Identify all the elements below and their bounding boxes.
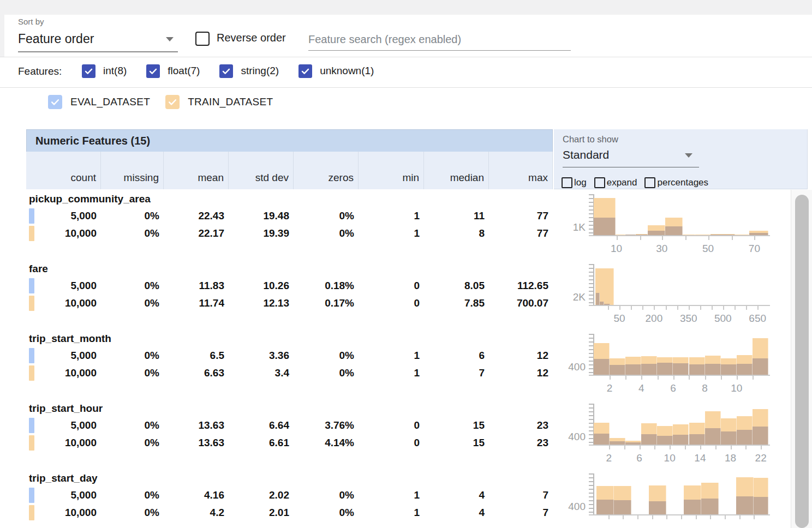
x-axis-tick	[737, 376, 738, 380]
x-axis-tick	[640, 446, 641, 449]
chart-option-percentages[interactable]: percentages	[644, 177, 708, 188]
feature-search-input[interactable]	[308, 28, 571, 51]
column-header-missing: missing	[101, 152, 164, 189]
x-axis-tick-label: 10	[721, 382, 752, 394]
chart-type-select[interactable]: Standard	[563, 146, 699, 167]
eval-overlap-bar	[641, 434, 657, 445]
feature-block-trip_start_hour: trip_start_hour5,0000%13.636.643.76%0152…	[26, 399, 790, 469]
x-axis-tick-label: 8	[690, 382, 720, 394]
x-axis-tick	[608, 306, 609, 310]
sort-order-select[interactable]: Feature order	[18, 29, 178, 52]
dataset-toggle-eval_dataset[interactable]: EVAL_DATASET	[48, 95, 150, 109]
x-axis-tick	[654, 306, 655, 310]
stat-cell: 1	[359, 207, 424, 225]
filter-checkbox-unknown[interactable]: unknown(1)	[298, 64, 374, 78]
reverse-order-checkbox[interactable]	[195, 32, 210, 46]
x-axis-tick-label: 500	[708, 313, 738, 325]
x-axis-tick	[696, 515, 697, 519]
x-axis-tick-label: 6	[658, 382, 689, 394]
x-axis-tick	[735, 306, 736, 310]
features-filter-label: Features:	[18, 65, 62, 77]
stat-cell: 12	[489, 364, 553, 382]
chart-option-label: log	[574, 177, 587, 188]
x-axis-tick-label: 18	[715, 452, 746, 464]
column-header-row: countmissingmeanstd devzerosminmedianmax	[26, 152, 553, 189]
stat-cell: 3.76%	[294, 417, 359, 434]
stat-cell: 8	[424, 225, 489, 242]
dataset-toggle-train_dataset[interactable]: TRAIN_DATASET	[165, 95, 273, 109]
x-axis-line	[589, 445, 770, 446]
stat-cell: 0%	[294, 347, 359, 364]
stat-cell: 10.26	[229, 277, 294, 295]
check-icon	[221, 66, 231, 76]
train-dataset-chip	[29, 365, 34, 381]
stats-row-train: 10,0000%13.636.614.14%01523	[26, 434, 553, 452]
stat-cell: 11	[424, 207, 489, 225]
checkbox-icon	[594, 177, 605, 188]
dataset-toggles: EVAL_DATASETTRAIN_DATASET	[48, 95, 288, 109]
filter-label: string(2)	[241, 65, 279, 77]
x-axis-tick-label: 22	[745, 452, 776, 464]
eval-overlap-bar	[684, 500, 701, 514]
checkbox-icon	[48, 95, 62, 109]
filter-checkbox-float[interactable]: float(7)	[146, 64, 200, 78]
histogram-plot	[594, 405, 768, 445]
eval-overlap-bar	[649, 501, 666, 514]
x-axis-tick-label: 30	[647, 243, 677, 255]
column-header-std-dev: std dev	[229, 152, 294, 189]
check-icon	[167, 97, 178, 107]
eval-dataset-chip	[29, 348, 34, 363]
stat-cell: 0%	[101, 277, 164, 295]
x-axis-tick	[681, 515, 682, 519]
stat-cell: 5,000	[26, 277, 101, 295]
x-axis-tick	[754, 236, 755, 240]
sort-order-value: Feature order	[18, 29, 178, 48]
stat-cell: 3.4	[229, 364, 294, 382]
x-axis-tick	[631, 306, 632, 310]
x-axis-tick	[666, 515, 667, 519]
stat-cell: 4	[424, 504, 489, 521]
stat-cell: 0%	[294, 487, 359, 504]
stat-cell: 7.85	[424, 295, 489, 312]
stat-cell: 15	[424, 434, 489, 452]
x-axis-tick-label: 10	[601, 243, 632, 255]
stat-cell: 0%	[101, 487, 164, 504]
check-icon	[300, 66, 311, 76]
stat-cell: 10,000	[26, 225, 101, 242]
eval-overlap-bar	[596, 500, 614, 514]
y-axis-label: 400	[553, 501, 586, 513]
x-axis-tick	[715, 446, 717, 449]
stat-cell: 0%	[294, 225, 359, 242]
divider	[0, 87, 812, 88]
stat-cell: 7	[489, 504, 553, 521]
histogram-plot	[594, 266, 768, 305]
stat-cell: 6.5	[164, 347, 229, 364]
x-axis-tick	[662, 236, 663, 240]
sort-by-label: Sort by	[18, 17, 44, 26]
chart-option-log[interactable]: log	[562, 177, 587, 188]
x-axis-tick	[757, 306, 759, 310]
filter-checkbox-int[interactable]: int(8)	[82, 64, 127, 78]
stat-cell: 0%	[101, 295, 164, 312]
x-axis-tick	[689, 306, 690, 310]
x-axis-tick	[731, 446, 732, 449]
stat-cell: 0%	[101, 364, 164, 382]
checkbox-icon	[298, 64, 312, 78]
stat-cell: 77	[489, 225, 553, 242]
stat-cell: 22.43	[164, 207, 229, 225]
chart-option-expand[interactable]: expand	[594, 177, 637, 188]
chevron-down-icon	[166, 37, 174, 41]
stats-row-train: 10,0000%6.633.40%1712	[26, 364, 553, 382]
x-axis-tick	[624, 446, 625, 449]
column-header-mean: mean	[164, 152, 229, 189]
x-axis-tick	[732, 236, 733, 240]
stat-cell: 0%	[101, 417, 164, 434]
eval-overlap-bar	[596, 293, 600, 305]
scrollbar-thumb[interactable]	[795, 195, 809, 528]
feature-type-filters: int(8)float(7)string(2)unknown(1)	[82, 62, 393, 80]
scrollbar-track[interactable]	[791, 190, 812, 528]
filter-checkbox-string[interactable]: string(2)	[219, 64, 279, 78]
stats-row-train: 10,0000%4.22.010%147	[26, 504, 553, 521]
eval-overlap-bar	[657, 363, 673, 375]
checkbox-icon	[219, 64, 233, 78]
